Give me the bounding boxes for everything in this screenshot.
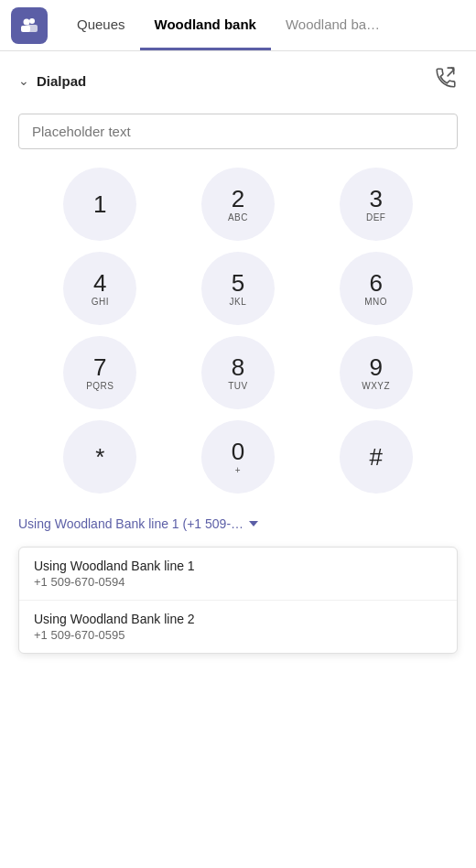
dial-number: 3 — [369, 186, 382, 212]
dial-button-9[interactable]: 9WXYZ — [340, 336, 413, 409]
dropdown-item-1[interactable]: Using Woodland Bank line 1+1 509-670-059… — [19, 548, 457, 601]
dial-button-1[interactable]: 1 — [63, 168, 136, 241]
dialpad-header: ⌄ Dialpad — [0, 51, 476, 103]
dropdown-item-2[interactable]: Using Woodland Bank line 2+1 509-670-059… — [19, 601, 457, 653]
dropdown-item-subtitle: +1 509-670-0594 — [34, 575, 442, 589]
dial-letters: + — [235, 465, 241, 475]
dial-letters: ABC — [228, 212, 248, 222]
line-selected-label: Using Woodland Bank line 1 (+1 509-… — [18, 516, 243, 531]
dial-button-8[interactable]: 8TUV — [201, 336, 275, 409]
svg-point-2 — [24, 18, 30, 25]
teams-logo — [11, 7, 48, 44]
dial-number: 9 — [369, 354, 382, 381]
search-container — [0, 103, 476, 168]
dial-number: 4 — [93, 270, 106, 297]
dial-number: 7 — [93, 354, 106, 381]
dialpad-grid: 12ABC3DEF4GHI5JKL6MNO7PQRS8TUV9WXYZ*0+# — [0, 168, 476, 494]
dropdown-arrow-icon — [249, 521, 258, 526]
dropdown-item-title: Using Woodland Bank line 2 — [34, 612, 442, 626]
dial-letters: GHI — [92, 297, 109, 307]
dropdown-list: Using Woodland Bank line 1+1 509-670-059… — [18, 547, 458, 654]
dialpad-search-input[interactable] — [18, 114, 458, 149]
dial-button-7[interactable]: 7PQRS — [63, 336, 136, 409]
dialpad-label: Dialpad — [37, 73, 86, 89]
dial-button-#[interactable]: # — [340, 420, 413, 494]
dial-button-4[interactable]: 4GHI — [63, 252, 136, 325]
dial-number: 0 — [232, 439, 244, 465]
dial-number: 5 — [232, 270, 244, 297]
dial-button-3[interactable]: 3DEF — [340, 168, 413, 241]
dial-letters: MNO — [364, 297, 387, 307]
tab-woodland-bank[interactable]: Woodland bank — [140, 0, 271, 50]
dial-number: # — [369, 444, 382, 471]
chevron-down-icon: ⌄ — [18, 73, 29, 88]
dial-button-5[interactable]: 5JKL — [201, 252, 275, 325]
dropdown-item-subtitle: +1 509-670-0595 — [34, 628, 442, 642]
line-selected-button[interactable]: Using Woodland Bank line 1 (+1 509-… — [18, 516, 258, 531]
phone-icon[interactable] — [434, 66, 458, 95]
dial-letters: TUV — [228, 381, 248, 391]
dial-number: 2 — [232, 186, 244, 212]
dial-letters: DEF — [366, 212, 386, 222]
dial-letters: PQRS — [86, 381, 114, 391]
dropdown-item-title: Using Woodland Bank line 1 — [34, 559, 442, 573]
dial-button-0[interactable]: 0+ — [201, 420, 275, 494]
dial-button-2[interactable]: 2ABC — [201, 168, 275, 241]
dial-letters: WXYZ — [362, 381, 390, 391]
dial-number: * — [95, 444, 104, 471]
dial-number: 6 — [369, 270, 382, 297]
dial-number: 1 — [93, 191, 106, 218]
header: Queues Woodland bank Woodland ba… — [0, 0, 476, 51]
svg-rect-3 — [21, 26, 30, 32]
nav-tabs: Queues Woodland bank Woodland ba… — [62, 0, 465, 50]
tab-woodland-ba[interactable]: Woodland ba… — [271, 0, 395, 50]
dialpad-toggle[interactable]: ⌄ Dialpad — [18, 73, 86, 89]
dial-number: 8 — [232, 354, 244, 381]
tab-queues[interactable]: Queues — [62, 0, 140, 50]
dial-letters: JKL — [230, 297, 247, 307]
dial-button-*[interactable]: * — [63, 420, 136, 494]
line-selector: Using Woodland Bank line 1 (+1 509-… — [0, 515, 476, 547]
svg-point-0 — [29, 18, 35, 24]
dial-button-6[interactable]: 6MNO — [340, 252, 413, 325]
